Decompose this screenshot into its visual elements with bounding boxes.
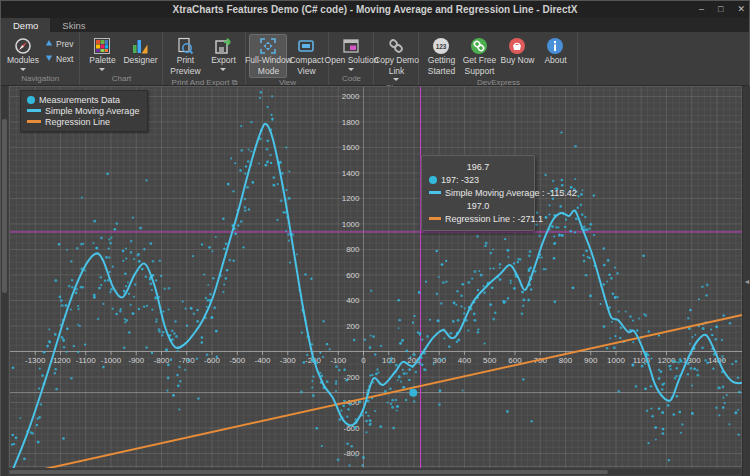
print-preview-icon — [176, 37, 194, 55]
full-window-icon — [259, 37, 277, 55]
full-window-button[interactable]: Full-WindowMode — [249, 34, 287, 78]
ribbon-button-label: Getting — [428, 56, 455, 66]
small-button-label: Prev — [56, 39, 73, 49]
ribbon-group-buttons: Full-WindowModeCompactView — [249, 32, 325, 78]
window-controls: – □ ✕ — [699, 1, 745, 18]
vertical-scrollbar-thumb[interactable] — [2, 119, 7, 293]
y-axis-label: 600 — [346, 271, 360, 280]
small-button-label: Next — [56, 54, 73, 64]
ribbon-group-view: Full-WindowModeCompactViewView — [246, 32, 329, 85]
close-button[interactable]: ✕ — [737, 5, 745, 14]
support-icon — [470, 37, 488, 55]
dropdown-arrow-icon — [99, 68, 105, 71]
chart-plot-area[interactable]: -1300-1200-1100-1000-900-800-700-600-500… — [9, 86, 742, 467]
ribbon-group-buttons: PaletteDesigner — [83, 32, 159, 74]
ribbon-group-buttons: 123GettingStartedGet FreeSupportBuy NowA… — [422, 32, 574, 78]
about-icon — [546, 37, 564, 55]
x-axis-label: 400 — [458, 356, 472, 365]
series-point-icon — [27, 96, 35, 104]
ribbon-group-buttons: ModulesPrevNext — [4, 32, 76, 74]
export-button[interactable]: Export — [204, 34, 242, 73]
x-axis-label: 800 — [559, 356, 573, 365]
horizontal-scrollbar-thumb[interactable] — [9, 470, 608, 474]
modules-button[interactable]: Modules — [4, 34, 42, 73]
collapse-panel-icon[interactable]: ◄ — [744, 278, 750, 285]
open-solution-button[interactable]: Open Solution — [332, 34, 370, 73]
chart-canvas[interactable]: -1300-1200-1100-1000-900-800-700-600-500… — [10, 87, 743, 468]
ribbon-button-label: Copy Demo — [374, 56, 419, 66]
ribbon: ModulesPrevNextNavigationPaletteDesigner… — [1, 32, 749, 86]
legend-item-label: Regression Line — [45, 117, 110, 127]
ribbon-button-label: Get Free — [463, 56, 497, 66]
regression-line-icon — [429, 217, 441, 220]
ribbon-button-label: Open Solution — [325, 56, 379, 66]
palette-button[interactable]: Palette — [83, 34, 121, 73]
copy-link-icon — [387, 37, 405, 55]
y-axis-label: 2000 — [342, 92, 360, 101]
x-axis-label: -1200 — [50, 356, 71, 365]
prev-button[interactable]: Prev — [42, 38, 76, 50]
legend-item-label: Simple Moving Average — [45, 106, 139, 116]
chart-region: -1300-1200-1100-1000-900-800-700-600-500… — [1, 86, 750, 476]
y-axis-label: -800 — [343, 449, 360, 458]
ribbon-group-chart: PaletteDesignerChart — [80, 32, 163, 85]
modules-icon — [14, 37, 32, 55]
x-axis-label: 100 — [382, 356, 396, 365]
vertical-scrollbar[interactable] — [1, 86, 8, 476]
y-axis-label: 1600 — [342, 143, 360, 152]
palette-icon — [93, 37, 111, 55]
ribbon-button-label: Preview — [170, 67, 200, 77]
app-window: XtraCharts Features Demo (C# code) - Mov… — [0, 0, 750, 476]
minimize-button[interactable]: – — [699, 5, 704, 14]
buy-now-icon — [508, 37, 526, 55]
tab-demo[interactable]: Demo — [1, 18, 50, 32]
x-axis-label: 900 — [584, 356, 598, 365]
panel-splitter[interactable]: ◄ — [742, 86, 750, 476]
ribbon-group-navigation: ModulesPrevNextNavigation — [1, 32, 80, 85]
series-line-icon — [27, 120, 41, 123]
legend-item: Simple Moving Average — [27, 105, 139, 116]
titlebar: XtraCharts Features Demo (C# code) - Mov… — [1, 1, 749, 18]
support-button[interactable]: Get FreeSupport — [460, 34, 498, 78]
y-axis-label: 400 — [346, 296, 360, 305]
ribbon-button-label: Link — [389, 67, 405, 77]
horizontal-scrollbar[interactable] — [9, 469, 740, 475]
designer-button[interactable]: Designer — [121, 34, 159, 68]
window-title: XtraCharts Features Demo (C# code) - Mov… — [173, 4, 578, 15]
x-axis-label: -500 — [229, 356, 246, 365]
ribbon-button-label: Full-Window — [245, 56, 292, 66]
ribbon-group-share: Copy DemoLinkShare — [374, 32, 419, 85]
y-axis-label: 800 — [346, 245, 360, 254]
tooltip-point-value: 197: -323 — [441, 175, 479, 185]
about-button[interactable]: About — [536, 34, 574, 68]
getting-started-icon: 123 — [432, 37, 450, 55]
ribbon-group-buttons: PrintPreviewExport — [166, 32, 242, 78]
ribbon-button-label: Support — [465, 67, 495, 77]
legend-item: Measurements Data — [27, 94, 139, 105]
ribbon-button-label: View — [297, 67, 315, 77]
legend-item-label: Measurements Data — [39, 95, 120, 105]
open-solution-icon — [342, 37, 360, 55]
buy-now-button[interactable]: Buy Now — [498, 34, 536, 68]
ribbon-group-devexpress: 123GettingStartedGet FreeSupportBuy NowA… — [419, 32, 578, 85]
compact-view-button[interactable]: CompactView — [287, 34, 325, 78]
dropdown-arrow-icon — [220, 68, 226, 71]
hovered-point[interactable] — [409, 389, 417, 397]
x-axis-label: 1000 — [607, 356, 625, 365]
x-axis-label: -1100 — [76, 356, 96, 365]
maximize-button[interactable]: □ — [718, 5, 723, 14]
tab-skins[interactable]: Skins — [50, 18, 97, 32]
print-preview-button[interactable]: PrintPreview — [166, 34, 204, 78]
ribbon-button-label: Compact — [289, 56, 323, 66]
next-button[interactable]: Next — [42, 53, 76, 65]
small-button-stack: PrevNext — [42, 34, 76, 65]
dropdown-arrow-icon — [393, 78, 399, 81]
getting-started-button[interactable]: 123GettingStarted — [422, 34, 460, 78]
ribbon-tab-row: Demo Skins — [1, 18, 749, 32]
x-axis-label: -600 — [204, 356, 221, 365]
ribbon-group-buttons: Copy DemoLink — [377, 32, 415, 83]
ribbon-button-label: Buy Now — [500, 56, 534, 66]
copy-link-button[interactable]: Copy DemoLink — [377, 34, 415, 83]
ribbon-group-print-and-export: PrintPreviewExportPrint And Export ⧉ — [163, 32, 246, 85]
ribbon-button-label: Mode — [258, 67, 279, 77]
